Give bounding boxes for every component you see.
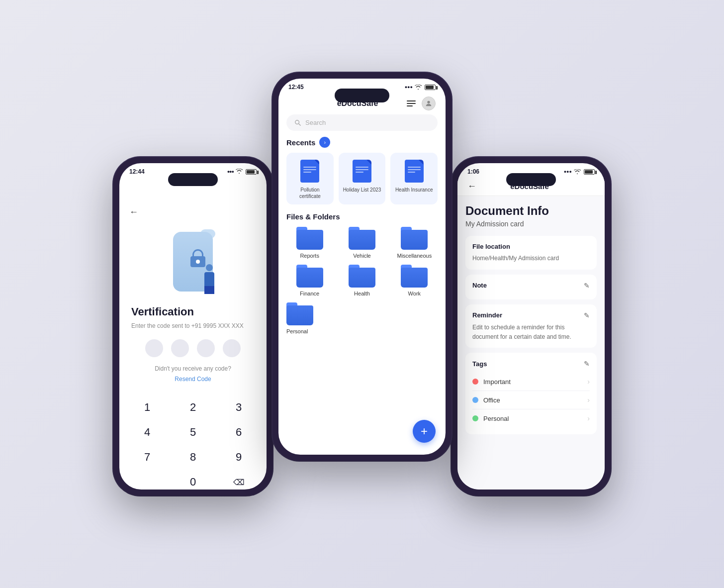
note-edit-icon[interactable]: ✎ (584, 282, 590, 290)
doc-line-1 (303, 167, 316, 168)
doc-icon-lines (303, 167, 316, 174)
folder-finance[interactable]: Finance (286, 265, 333, 296)
fab-add-button[interactable]: + (413, 420, 436, 443)
folder-body-health (349, 268, 375, 288)
user-avatar[interactable] (422, 97, 436, 110)
signal-icon-center: ●●● (405, 85, 413, 90)
folder-icon-misc (401, 227, 428, 250)
tags-edit-icon[interactable]: ✎ (584, 360, 590, 368)
folders-grid: Reports Vehicle (286, 227, 438, 296)
recent-item-health[interactable]: Health Insurance (390, 153, 438, 204)
person-body (204, 272, 214, 286)
back-icon-right[interactable]: ← (467, 181, 476, 192)
file-manager-screen: eDocuSafe (278, 93, 446, 455)
numpad-key-1[interactable]: 1 (130, 396, 165, 419)
verification-illustration (119, 222, 267, 300)
folder-vehicle[interactable]: Vehicle (339, 227, 385, 259)
tag-personal-name: Personal (483, 415, 509, 422)
status-icons-right: ●●● (564, 169, 595, 175)
doc-line-h1 (356, 167, 368, 168)
note-label: Note (472, 282, 487, 289)
files-section: Files & Folders Reports (278, 212, 446, 455)
folder-label-vehicle: Vehicle (353, 253, 370, 259)
hamburger-menu-icon[interactable] (407, 100, 416, 106)
numpad-key-9[interactable]: 9 (221, 446, 256, 469)
battery-icon-right (584, 169, 595, 175)
reminder-edit-icon[interactable]: ✎ (584, 311, 590, 319)
verification-content: Vertification Enter the code sent to +91… (119, 300, 267, 396)
code-dots (131, 339, 255, 357)
person-figure (200, 264, 218, 294)
tags-section: Tags ✎ Important › (465, 353, 597, 434)
tag-personal[interactable]: Personal › (472, 409, 590, 427)
tag-office[interactable]: Office › (472, 391, 590, 409)
folder-body-finance (296, 268, 323, 288)
resend-link[interactable]: Resend Code (175, 376, 211, 383)
verification-title: Vertification (131, 305, 255, 318)
doc-line-2 (303, 169, 316, 170)
doc-info-screen: ← eDocuSafe Document Info My Admission c… (457, 177, 605, 490)
battery-icon-center (425, 85, 436, 90)
folder-label-finance: Finance (300, 291, 319, 296)
search-bar[interactable]: Search (286, 114, 438, 131)
folder-work[interactable]: Work (391, 265, 438, 296)
doc-line-hi1 (408, 167, 421, 168)
wifi-icon-center (415, 85, 422, 90)
tag-personal-dot (472, 415, 478, 421)
tag-important-name: Important (483, 378, 511, 386)
phone-lock-illustration (168, 229, 218, 294)
numpad-row-3: 7 8 9 (124, 446, 262, 469)
recents-arrow[interactable]: › (319, 137, 330, 148)
folder-body-reports (296, 230, 323, 250)
status-icons-left: ●●● (227, 169, 257, 175)
numpad-key-3[interactable]: 3 (221, 396, 256, 419)
doc-icon-shape-holiday (353, 160, 371, 183)
folder-icon-reports (296, 227, 323, 250)
time-right: 1:06 (467, 168, 479, 175)
numpad-key-delete[interactable]: ⌫ (221, 471, 256, 490)
chevron-right-important: › (587, 378, 590, 386)
svg-point-0 (427, 101, 430, 103)
chevron-right-office: › (587, 396, 590, 404)
file-location-section: File location Home/Health/My Admission c… (465, 236, 597, 270)
tag-important[interactable]: Important › (472, 373, 590, 391)
doc-lines-holiday (356, 167, 368, 174)
folder-label-misc: Miscellaneous (397, 253, 432, 259)
numpad-key-4[interactable]: 4 (130, 421, 165, 444)
numpad-key-2[interactable]: 2 (176, 396, 210, 419)
folder-icon-vehicle (349, 227, 375, 250)
recent-item-pollution[interactable]: Pollutioncertificate (286, 153, 334, 204)
numpad-row-1: 1 2 3 (124, 396, 262, 419)
hamburger-line-2 (407, 103, 416, 104)
recent-item-holiday[interactable]: Holiday List 2023 (339, 153, 386, 204)
doc-lines-health (408, 167, 421, 174)
recent-label-pollution: Pollutioncertificate (299, 187, 321, 199)
folder-health[interactable]: Health (339, 265, 385, 296)
folder-icon-personal (286, 302, 313, 325)
recents-section-header: Recents › (278, 137, 446, 153)
wifi-icon (236, 169, 243, 175)
numpad-row-2: 4 5 6 (124, 421, 262, 444)
left-phone: 12:44 ●●● ← (113, 157, 272, 495)
folder-personal[interactable]: Personal (286, 302, 438, 334)
folder-label-health: Health (354, 291, 370, 296)
recent-label-holiday: Holiday List 2023 (343, 187, 381, 193)
person-legs (204, 286, 214, 294)
tag-important-dot (472, 379, 478, 385)
folder-body-misc (401, 230, 428, 250)
numpad-key-0[interactable]: 0 (176, 471, 210, 490)
numpad-key-8[interactable]: 8 (176, 446, 210, 469)
hamburger-line-3 (407, 105, 413, 106)
signal-icon-right: ●●● (564, 169, 572, 174)
tag-personal-left: Personal (472, 415, 509, 422)
numpad-key-6[interactable]: 6 (221, 421, 256, 444)
folder-icon-work (401, 265, 428, 288)
svg-point-1 (295, 120, 299, 124)
doc-line-hi3 (408, 172, 416, 173)
numpad-key-7[interactable]: 7 (130, 446, 165, 469)
numpad-key-5[interactable]: 5 (176, 421, 210, 444)
folder-reports[interactable]: Reports (286, 227, 333, 259)
folder-misc[interactable]: Miscellaneous (391, 227, 438, 259)
folder-icon-health (349, 265, 375, 288)
right-phone: 1:06 ●●● ← eDocuSafe (452, 157, 611, 495)
